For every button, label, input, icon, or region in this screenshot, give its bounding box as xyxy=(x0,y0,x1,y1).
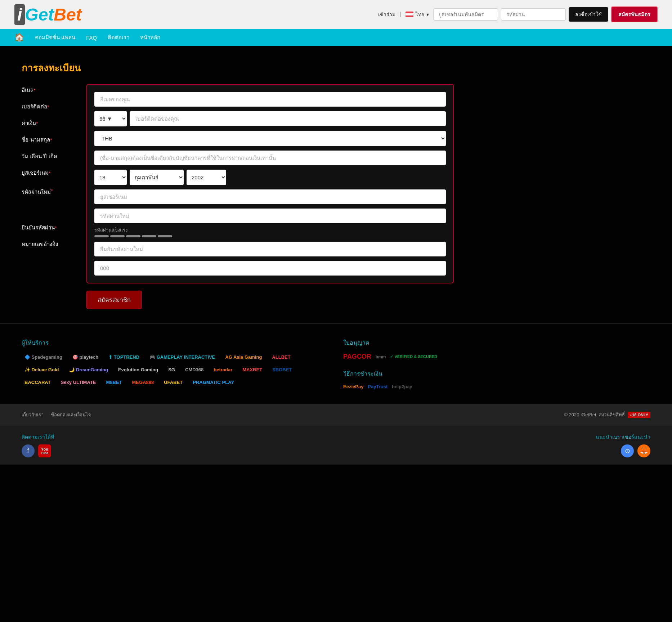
strength-bar-1 xyxy=(94,235,109,237)
partner-spade: 🔷 Spadegaming xyxy=(22,353,65,361)
header-username-input[interactable] xyxy=(433,8,498,21)
username-input[interactable] xyxy=(94,189,446,204)
email-input[interactable] xyxy=(94,92,446,107)
password-strength-label: รหัสผ่านแข็งแรง xyxy=(94,226,446,234)
inputs-col: 66 ▼ 1 44 65 THB USD SGD xyxy=(86,84,454,309)
logo-bet: Bet xyxy=(54,5,81,24)
payment-section: วิธีการชำระเงิน EeziePay PayTrust help2p… xyxy=(343,369,650,389)
confirm-password-input[interactable] xyxy=(94,242,446,256)
license-title: ใบอนุญาต xyxy=(343,338,650,347)
partner-asia: AG Asia Gaming xyxy=(222,353,265,361)
social-section: ติดตามเราได้ที่ f You Tube แนะนำเบราเซอร… xyxy=(0,426,672,465)
partner-sexyult: Sexy ULTIMATE xyxy=(58,378,99,386)
partner-evolution: Evolution Gaming xyxy=(115,366,161,374)
age-badge: +18 ONLY xyxy=(628,412,650,418)
password-input[interactable] xyxy=(94,209,446,223)
right-footer-col: ใบอนุญาต PAGCOR bmm ✓ VERIFIED & SECURED… xyxy=(343,338,650,389)
password-strength-section: รหัสผ่านแข็งแรง xyxy=(94,228,446,237)
partner-mega888: MEGA888 xyxy=(129,378,157,386)
browser-title: แนะนำเบราเซอร์แนะนำ xyxy=(596,433,650,441)
footer-link-terms[interactable]: ข้อตกลงและเงื่อนไข xyxy=(51,411,91,419)
lang-label: ไทย xyxy=(416,10,424,18)
phone-input[interactable] xyxy=(130,111,446,126)
payment-paytrust: PayTrust xyxy=(368,384,387,389)
currency-select[interactable]: THB USD SGD xyxy=(94,131,446,146)
header-password-input[interactable] xyxy=(501,8,566,21)
label-name: ชื่อ-นามสกุล* xyxy=(22,134,79,150)
form-with-labels: อีเมล* เบอร์ติดต่อ* ค่าเงิน* ชื่อ-นามสกุ… xyxy=(22,84,454,309)
register-header-button[interactable]: สมัครพันธมิตร xyxy=(611,6,658,22)
partner-maxbet: MAXBET xyxy=(239,366,265,374)
copyright-section: © 2020 iGetBet. สงวนลิขสิทธิ์ +18 ONLY xyxy=(564,411,650,419)
partner-dream: 🌙 DreamGaming xyxy=(66,366,111,374)
header-login-section: ลงชื่อเข้าใช้ สมัครพันธมิตร xyxy=(433,6,658,22)
strength-bar-4 xyxy=(142,235,156,237)
label-dob: วัน เดือน ปี เกิด xyxy=(22,150,79,167)
main-content: การลงทะเบียน อีเมล* เบอร์ติดต่อ* ค่าเงิน… xyxy=(0,46,672,323)
nav-item-faq[interactable]: FAQ xyxy=(86,35,97,41)
license-pagcor: PAGCOR xyxy=(343,353,371,361)
logo: iGetBet xyxy=(14,5,82,24)
partner-betradar: betradar xyxy=(211,366,235,374)
logo-i: i xyxy=(14,4,25,25)
register-form-button[interactable]: สมัครสมาชิก xyxy=(86,291,142,309)
partner-deluxe: ✨ Deluxe Gold xyxy=(22,366,62,374)
footer-links: เกี่ยวกับเรา ข้อตกลงและเงื่อนไข xyxy=(22,411,91,419)
login-link[interactable]: เข้าร่วม xyxy=(378,10,395,18)
chrome-icon[interactable]: ⊙ xyxy=(621,444,634,457)
label-ref: หมายเลขอ้างอิง xyxy=(22,238,79,255)
label-currency: ค่าเงิน* xyxy=(22,117,79,134)
license-bmm: bmm xyxy=(376,354,386,359)
registration-title: การลงทะเบียน xyxy=(22,61,454,75)
partner-cmd368: CMD368 xyxy=(182,366,206,374)
nav-item-contact[interactable]: ติดต่อเรา xyxy=(108,33,129,42)
social-title: ติดตามเราได้ที่ xyxy=(22,433,54,441)
ref-input[interactable] xyxy=(94,261,446,276)
labels-col: อีเมล* เบอร์ติดต่อ* ค่าเงิน* ชื่อ-นามสกุ… xyxy=(22,84,79,309)
youtube-icon[interactable]: You Tube xyxy=(38,444,51,457)
partner-playtech: 🎯 playtech xyxy=(70,353,101,361)
form-container: 66 ▼ 1 44 65 THB USD SGD xyxy=(86,84,454,283)
nav-home-icon[interactable]: 🏠 xyxy=(14,33,24,42)
login-button[interactable]: ลงชื่อเข้าใช้ xyxy=(569,7,608,22)
social-icons: f You Tube xyxy=(22,444,54,457)
label-email: อีเมล* xyxy=(22,84,79,100)
nav-item-commission[interactable]: คอมมิชชั่น แพลน xyxy=(35,33,75,42)
firefox-icon[interactable]: 🦊 xyxy=(637,444,650,457)
providers-section: ผู้ให้บริการ 🔷 Spadegaming 🎯 playtech ⬆ … xyxy=(22,338,329,389)
browser-icons: ⊙ 🦊 xyxy=(621,444,650,457)
license-section: ใบอนุญาต PAGCOR bmm ✓ VERIFIED & SECURED xyxy=(343,338,650,361)
payment-logos: EeziePay PayTrust help2pay xyxy=(343,384,650,389)
browser-section: แนะนำเบราเซอร์แนะนำ ⊙ 🦊 xyxy=(596,433,650,457)
partner-toptrend: ⬆ TOPTREND xyxy=(106,353,142,361)
partner-ufabet: UFABET xyxy=(161,378,185,386)
bottom-footer: เกี่ยวกับเรา ข้อตกลงและเงื่อนไข © 2020 i… xyxy=(0,404,672,426)
lang-selector[interactable]: ไทย ▾ xyxy=(406,10,429,18)
facebook-icon[interactable]: f xyxy=(22,444,35,457)
partner-m8bet: M8BET xyxy=(103,378,125,386)
social-follow: ติดตามเราได้ที่ f You Tube xyxy=(22,433,54,457)
lang-chevron-icon: ▾ xyxy=(426,12,429,17)
dob-month-select[interactable]: กุมภาพันธ์ มกราคม มีนาคม xyxy=(130,170,184,185)
tube-label: Tube xyxy=(41,451,49,455)
header: iGetBet เข้าร่วม | ไทย ▾ ลงชื่อเข้าใช้ ส… xyxy=(0,0,672,29)
strength-bar-3 xyxy=(126,235,140,237)
strength-bar-2 xyxy=(110,235,125,237)
footer-link-about[interactable]: เกี่ยวกับเรา xyxy=(22,411,44,419)
you-label: You xyxy=(41,447,48,451)
name-input[interactable] xyxy=(94,151,446,165)
license-logos: PAGCOR bmm ✓ VERIFIED & SECURED xyxy=(343,353,650,361)
label-confirm-password: ยืนยันรหัสผ่าน* xyxy=(22,221,79,238)
dob-day-select[interactable]: 18 xyxy=(94,170,127,185)
phone-code-select[interactable]: 66 ▼ 1 44 65 xyxy=(94,111,127,126)
footer-grid: ผู้ให้บริการ 🔷 Spadegaming 🎯 playtech ⬆ … xyxy=(22,338,650,389)
nav-item-home[interactable]: หน้าหลัก xyxy=(140,33,160,42)
partner-allbet: ALLBET xyxy=(269,353,293,361)
label-password: รหัสผ่านใหม่* xyxy=(22,183,79,221)
dob-year-select[interactable]: 2002 xyxy=(187,170,226,185)
strength-bars xyxy=(94,235,446,237)
nav-bar: 🏠 คอมมิชชั่น แพลน FAQ ติดต่อเรา หน้าหลัก xyxy=(0,29,672,46)
strength-bar-5 xyxy=(158,235,172,237)
providers-title: ผู้ให้บริการ xyxy=(22,338,329,347)
partner-gameplay: 🎮 GAMEPLAY INTERACTIVE xyxy=(147,353,218,361)
